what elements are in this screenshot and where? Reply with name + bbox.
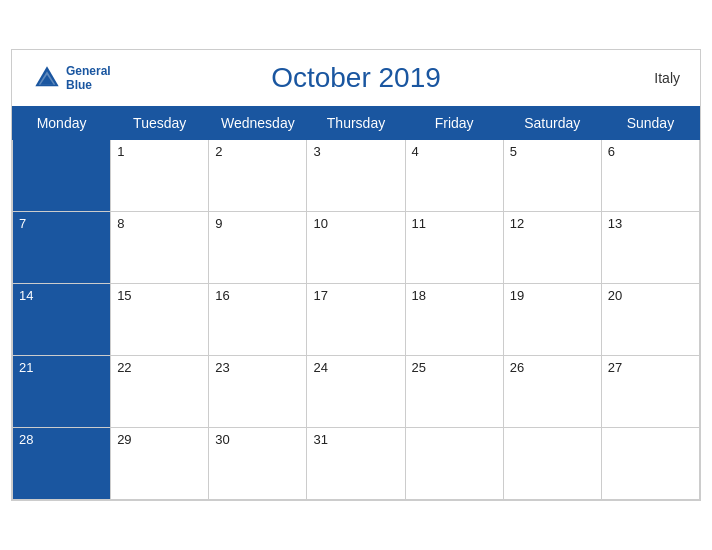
country-label: Italy	[654, 70, 680, 86]
calendar-cell: 25	[405, 356, 503, 428]
calendar-cell: 12	[503, 212, 601, 284]
calendar-cell: 15	[111, 284, 209, 356]
calendar-cell: 31	[307, 428, 405, 500]
calendar-cell: 17	[307, 284, 405, 356]
logo-icon	[32, 63, 62, 93]
day-number: 21	[19, 360, 33, 375]
weekday-header-friday: Friday	[405, 107, 503, 140]
day-number: 15	[117, 288, 131, 303]
week-row-3: 14151617181920	[13, 284, 700, 356]
calendar-cell: 29	[111, 428, 209, 500]
calendar-cell: 5	[503, 140, 601, 212]
calendar-cell: 6	[601, 140, 699, 212]
day-number: 28	[19, 432, 33, 447]
day-number: 8	[117, 216, 124, 231]
calendar-grid: MondayTuesdayWednesdayThursdayFridaySatu…	[12, 106, 700, 500]
weekday-header-saturday: Saturday	[503, 107, 601, 140]
day-number: 3	[313, 144, 320, 159]
day-number: 26	[510, 360, 524, 375]
calendar-cell: 20	[601, 284, 699, 356]
week-row-1: 123456	[13, 140, 700, 212]
calendar-cell: 16	[209, 284, 307, 356]
calendar-cell: 8	[111, 212, 209, 284]
calendar-cell: 3	[307, 140, 405, 212]
calendar-cell	[405, 428, 503, 500]
calendar-cell: 13	[601, 212, 699, 284]
day-number: 25	[412, 360, 426, 375]
calendar-cell: 27	[601, 356, 699, 428]
calendar-cell: 30	[209, 428, 307, 500]
day-number: 1	[117, 144, 124, 159]
calendar-cell: 21	[13, 356, 111, 428]
calendar-cell: 10	[307, 212, 405, 284]
day-number: 14	[19, 288, 33, 303]
week-row-2: 78910111213	[13, 212, 700, 284]
logo: General Blue	[32, 63, 111, 93]
day-number: 6	[608, 144, 615, 159]
calendar-cell: 22	[111, 356, 209, 428]
weekday-header-monday: Monday	[13, 107, 111, 140]
calendar-cell: 11	[405, 212, 503, 284]
calendar-cell: 9	[209, 212, 307, 284]
calendar-cell: 28	[13, 428, 111, 500]
day-number: 2	[215, 144, 222, 159]
day-number: 19	[510, 288, 524, 303]
calendar-cell: 4	[405, 140, 503, 212]
logo-text: General Blue	[66, 64, 111, 93]
day-number: 7	[19, 216, 26, 231]
weekday-header-sunday: Sunday	[601, 107, 699, 140]
calendar-cell: 7	[13, 212, 111, 284]
day-number: 13	[608, 216, 622, 231]
calendar-cell	[13, 140, 111, 212]
calendar-cell: 14	[13, 284, 111, 356]
calendar-cell: 18	[405, 284, 503, 356]
calendar-cell: 2	[209, 140, 307, 212]
day-number: 18	[412, 288, 426, 303]
day-number: 29	[117, 432, 131, 447]
day-number: 23	[215, 360, 229, 375]
day-number: 4	[412, 144, 419, 159]
day-number: 9	[215, 216, 222, 231]
day-number: 20	[608, 288, 622, 303]
weekday-header-row: MondayTuesdayWednesdayThursdayFridaySatu…	[13, 107, 700, 140]
day-number: 5	[510, 144, 517, 159]
calendar-cell: 19	[503, 284, 601, 356]
calendar-cell: 24	[307, 356, 405, 428]
weekday-header-wednesday: Wednesday	[209, 107, 307, 140]
calendar-title: October 2019	[271, 62, 441, 94]
week-row-5: 28293031	[13, 428, 700, 500]
day-number: 31	[313, 432, 327, 447]
calendar-cell: 1	[111, 140, 209, 212]
day-number: 17	[313, 288, 327, 303]
calendar-header: General Blue October 2019 Italy	[12, 50, 700, 106]
day-number: 27	[608, 360, 622, 375]
calendar-cell: 26	[503, 356, 601, 428]
day-number: 10	[313, 216, 327, 231]
day-number: 30	[215, 432, 229, 447]
weekday-header-thursday: Thursday	[307, 107, 405, 140]
day-number: 11	[412, 216, 426, 231]
week-row-4: 21222324252627	[13, 356, 700, 428]
calendar-container: General Blue October 2019 Italy MondayTu…	[11, 49, 701, 501]
day-number: 24	[313, 360, 327, 375]
day-number: 22	[117, 360, 131, 375]
day-number: 16	[215, 288, 229, 303]
day-number: 12	[510, 216, 524, 231]
calendar-cell: 23	[209, 356, 307, 428]
calendar-cell	[503, 428, 601, 500]
weekday-header-tuesday: Tuesday	[111, 107, 209, 140]
calendar-cell	[601, 428, 699, 500]
